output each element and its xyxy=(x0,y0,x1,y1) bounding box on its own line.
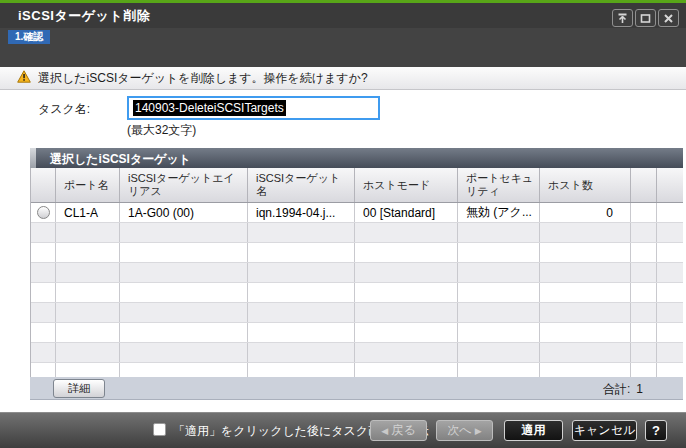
header-port-name[interactable]: ポート名 xyxy=(56,168,120,202)
next-button[interactable]: 次へ ▶ xyxy=(436,420,493,441)
table-row: CL1-A 1A-G00 (00) iqn.1994-04.j... 00 [S… xyxy=(31,203,683,223)
help-button[interactable]: ? xyxy=(645,420,667,441)
table-empty-row xyxy=(31,263,683,283)
cell-host-count: 0 xyxy=(540,203,631,222)
table-empty-row xyxy=(31,343,683,363)
collapse-to-top-button[interactable] xyxy=(612,9,633,27)
header-host-mode[interactable]: ホストモード xyxy=(355,168,458,202)
header-port-security[interactable]: ポートセキュリティ xyxy=(458,168,540,202)
cell-host-mode: 00 [Standard] xyxy=(355,203,458,222)
task-name-label: タスク名: xyxy=(38,101,90,118)
table-header-row: ポート名 iSCSIターゲットエイリアス iSCSIターゲット名 ホストモード … xyxy=(31,168,683,203)
close-button[interactable] xyxy=(658,9,679,27)
table-empty-row xyxy=(31,243,683,263)
maximize-icon xyxy=(640,13,651,24)
cell-iscsi-target-alias: 1A-G00 (00) xyxy=(120,203,248,222)
table-title-cap xyxy=(30,148,36,168)
task-name-input[interactable]: 140903-DeleteiSCSITargets xyxy=(127,96,380,120)
table-title-bar: 選択したiSCSIターゲット xyxy=(30,148,683,168)
table-empty-row xyxy=(31,303,683,323)
back-arrow-icon: ◀ xyxy=(381,426,388,436)
cancel-button[interactable]: キャンセル xyxy=(572,420,637,441)
header-iscsi-target-name[interactable]: iSCSIターゲット名 xyxy=(248,168,355,202)
show-task-screen-checkbox[interactable] xyxy=(153,423,166,436)
selected-iscsi-targets-table: 選択したiSCSIターゲット ポート名 iSCSIターゲットエイリアス iSCS… xyxy=(30,148,683,400)
header-host-count[interactable]: ホスト数 xyxy=(540,168,631,202)
delete-iscsi-target-dialog: iSCSIターゲット削除 1.確認 選択したiSCSIターゲットを削除します。操… xyxy=(0,0,686,448)
table-body: ポート名 iSCSIターゲットエイリアス iSCSIターゲット名 ホストモード … xyxy=(30,168,683,377)
task-name-max-length-hint: (最大32文字) xyxy=(127,122,196,139)
total-count: 合計:1 xyxy=(603,381,643,398)
dialog-title: iSCSIターゲット削除 xyxy=(18,7,150,25)
cell-port-name: CL1-A xyxy=(56,203,120,222)
apply-button[interactable]: 適用 xyxy=(504,420,563,441)
table-empty-row xyxy=(31,363,683,377)
maximize-button[interactable] xyxy=(635,9,656,27)
warning-message: 選択したiSCSIターゲットを削除します。操作を続けますか? xyxy=(38,70,368,87)
title-bar: iSCSIターゲット削除 xyxy=(0,3,686,28)
table-empty-row xyxy=(31,283,683,303)
table-title: 選択したiSCSIターゲット xyxy=(50,151,191,168)
warning-banner: 選択したiSCSIターゲットを削除します。操作を続けますか? xyxy=(0,67,686,90)
tab-step-1-confirm[interactable]: 1.確認 xyxy=(8,30,50,44)
table-empty-row xyxy=(31,223,683,243)
detail-button[interactable]: 詳細 xyxy=(53,379,105,398)
row-radio-button[interactable] xyxy=(37,206,50,219)
task-name-value: 140903-DeleteiSCSITargets xyxy=(133,100,286,116)
header-iscsi-target-alias[interactable]: iSCSIターゲットエイリアス xyxy=(120,168,248,202)
total-value: 1 xyxy=(636,382,643,396)
header-filler xyxy=(657,168,683,202)
collapse-to-top-icon xyxy=(617,13,628,24)
header-select xyxy=(31,168,56,202)
table-empty-rows xyxy=(31,223,683,377)
header-spacer xyxy=(631,168,657,202)
cell-iscsi-target-name: iqn.1994-04.j... xyxy=(248,203,355,222)
footer-bar: 「適用」をクリックした後にタスク画面を表示 ◀ 戻る 次へ ▶ 適用 キャンセル… xyxy=(0,412,686,448)
back-button[interactable]: ◀ 戻る xyxy=(370,420,427,441)
table-empty-row xyxy=(31,323,683,343)
step-tab-strip: 1.確認 xyxy=(0,28,686,67)
table-footer-bar: 詳細 合計:1 xyxy=(30,377,683,400)
close-icon xyxy=(663,13,674,24)
cell-port-security: 無効 (アク... xyxy=(458,203,540,222)
warning-icon xyxy=(17,69,31,87)
next-arrow-icon: ▶ xyxy=(475,426,482,436)
total-label: 合計: xyxy=(603,382,630,396)
